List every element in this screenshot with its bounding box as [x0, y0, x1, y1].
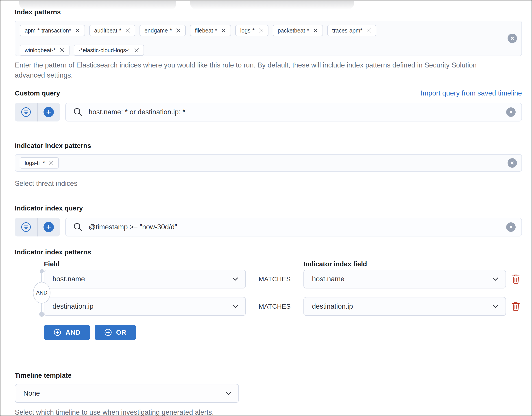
query-filter-controls	[15, 103, 60, 122]
filter-in-circle-icon	[21, 107, 31, 117]
search-icon	[73, 222, 83, 232]
mapping-row: destination.ip MATCHES destination.ip	[15, 297, 522, 316]
remove-tag-icon[interactable]	[48, 160, 54, 166]
threat-indices-help: Select threat indices	[15, 179, 522, 189]
clear-index-patterns-button[interactable]	[508, 34, 517, 43]
indicator-index-patterns-combobox[interactable]: logs-ti_*	[15, 154, 522, 172]
and-button-label: AND	[66, 329, 80, 336]
chevron-down-icon	[492, 275, 499, 283]
remove-tag-icon[interactable]	[59, 47, 65, 53]
indicator-mapping-rows: AND host.name MATCHES host.name	[15, 270, 522, 316]
index-pattern-tag: logs-*	[235, 25, 269, 36]
clear-indicator-index-patterns-button[interactable]	[508, 158, 517, 168]
remove-tag-icon[interactable]	[134, 47, 139, 53]
tag-label: logs-*	[240, 27, 255, 34]
plus-circle-icon	[53, 328, 61, 336]
or-button-label: OR	[116, 329, 126, 336]
field-select-value: destination.ip	[52, 302, 94, 311]
custom-query-label: Custom query	[15, 89, 60, 97]
import-query-link[interactable]: Import query from saved timeline	[421, 89, 522, 97]
tag-label: -*elastic-cloud-logs-*	[79, 47, 130, 54]
indicator-index-query-bar: @timestamp >= "now-30d/d"	[15, 218, 522, 236]
custom-query-text: host.name: * or destination.ip: *	[89, 108, 185, 116]
chevron-down-icon	[232, 275, 239, 283]
indicator-field-select[interactable]: host.name	[303, 270, 506, 288]
remove-tag-icon[interactable]	[125, 28, 131, 33]
indicator-index-query-input[interactable]: @timestamp >= "now-30d/d"	[65, 218, 522, 236]
timeline-template-select[interactable]: None	[15, 384, 239, 403]
remove-tag-icon[interactable]	[366, 28, 372, 33]
custom-query-input[interactable]: host.name: * or destination.ip: *	[65, 103, 522, 122]
tag-label: apm-*-transaction*	[25, 27, 71, 34]
search-icon	[73, 107, 83, 117]
timeline-template-label: Timeline template	[15, 371, 522, 379]
add-filter-button[interactable]	[38, 103, 60, 122]
tag-label: endgame-*	[145, 27, 172, 34]
tag-label: filebeat-*	[195, 27, 217, 34]
timeline-template-help: Select which timeline to use when invest…	[15, 407, 522, 416]
matches-operator: MATCHES	[246, 275, 303, 283]
index-patterns-tag-list: apm-*-transaction* auditbeat-* endgame-*…	[20, 25, 508, 52]
index-pattern-tag: endgame-*	[139, 25, 186, 36]
remove-tag-icon[interactable]	[221, 28, 227, 33]
indicator-index-query-text: @timestamp >= "now-30d/d"	[89, 223, 177, 231]
tag-label: winlogbeat-*	[25, 47, 56, 54]
indicator-index-query-label: Indicator index query	[15, 204, 522, 212]
plus-circle-icon	[104, 328, 112, 336]
index-patterns-label: Index patterns	[15, 8, 522, 16]
index-pattern-tag: -*elastic-cloud-logs-*	[74, 45, 144, 56]
timeline-template-value: None	[23, 389, 40, 397]
indicator-field-select-value: destination.ip	[312, 302, 353, 311]
chevron-down-icon	[224, 389, 232, 397]
index-patterns-help: Enter the pattern of Elasticsearch indic…	[15, 60, 504, 80]
indicator-index-tag-list: logs-ti_*	[20, 157, 508, 169]
add-filter-icon	[44, 222, 54, 232]
indicator-field-select[interactable]: destination.ip	[303, 297, 506, 316]
delete-row-button[interactable]	[511, 274, 521, 284]
add-or-button[interactable]: OR	[95, 325, 136, 340]
chevron-down-icon	[492, 303, 499, 310]
remove-tag-icon[interactable]	[313, 28, 319, 33]
tag-label: packetbeat-*	[278, 27, 309, 34]
field-column-label: Field	[44, 260, 246, 268]
remove-tag-icon[interactable]	[175, 28, 181, 33]
mapping-row: host.name MATCHES host.name	[15, 270, 522, 288]
add-filter-icon	[44, 107, 54, 117]
field-select[interactable]: host.name	[44, 270, 246, 288]
index-pattern-tag: winlogbeat-*	[20, 45, 69, 56]
index-pattern-tag: auditbeat-*	[89, 25, 135, 36]
chevron-down-icon	[232, 303, 239, 310]
clear-icon	[510, 36, 515, 41]
filter-menu-button[interactable]	[15, 218, 38, 236]
filter-in-circle-icon	[21, 222, 31, 232]
field-select[interactable]: destination.ip	[44, 297, 246, 316]
filter-menu-button[interactable]	[15, 103, 38, 122]
index-patterns-combobox[interactable]: apm-*-transaction* auditbeat-* endgame-*…	[15, 21, 522, 56]
indicator-index-patterns-label: Indicator index patterns	[15, 142, 522, 150]
matches-operator: MATCHES	[246, 303, 303, 310]
clear-icon	[510, 161, 515, 165]
indicator-field-select-value: host.name	[312, 275, 345, 283]
clear-icon	[508, 110, 513, 114]
remove-tag-icon[interactable]	[258, 28, 264, 33]
rule-definition-form: Index patterns apm-*-transaction* auditb…	[0, 0, 532, 416]
indicator-mapping-label: Indicator index patterns	[15, 248, 522, 256]
tag-label: traces-apm*	[332, 27, 362, 34]
custom-query-bar: host.name: * or destination.ip: *	[15, 103, 522, 122]
clear-icon	[508, 225, 513, 229]
index-pattern-tag: traces-apm*	[327, 25, 376, 36]
clear-custom-query-button[interactable]	[506, 107, 516, 117]
indicator-field-column-label: Indicator index field	[303, 260, 506, 268]
index-pattern-tag: filebeat-*	[190, 25, 231, 36]
trash-icon	[511, 301, 521, 312]
add-filter-button[interactable]	[38, 218, 60, 236]
delete-row-button[interactable]	[511, 301, 521, 312]
trash-icon	[511, 274, 521, 284]
field-select-value: host.name	[52, 275, 85, 283]
index-pattern-tag: apm-*-transaction*	[20, 25, 85, 36]
index-pattern-tag: packetbeat-*	[273, 25, 323, 36]
add-and-button[interactable]: AND	[44, 325, 90, 340]
remove-tag-icon[interactable]	[75, 28, 80, 33]
tag-label: auditbeat-*	[94, 27, 121, 34]
clear-indicator-index-query-button[interactable]	[506, 222, 516, 232]
